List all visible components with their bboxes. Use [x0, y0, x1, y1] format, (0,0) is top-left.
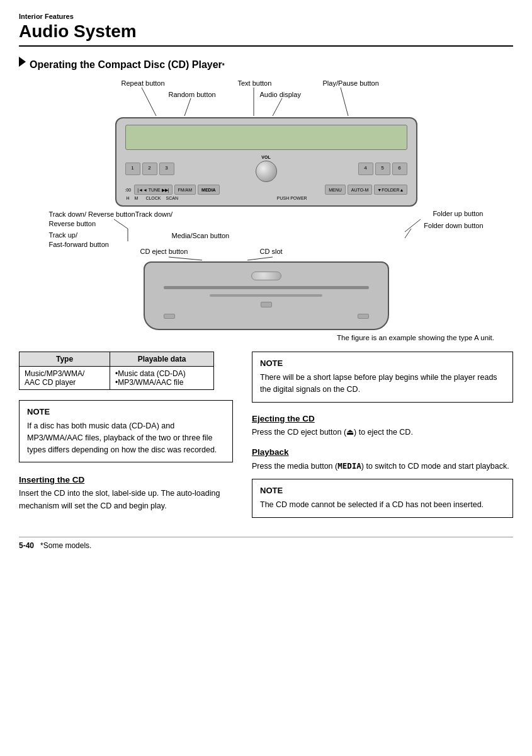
label-media-scan: Media/Scan button	[172, 232, 230, 239]
auto-m-btn: AUTO-M	[348, 185, 372, 195]
clock-label: CLOCK	[145, 196, 161, 200]
radio-display	[125, 125, 407, 150]
preset-btn-4: 4	[358, 163, 373, 175]
table-row: Music/MP3/WMA/AAC CD player •Music data …	[20, 367, 214, 390]
note-box-2-text: There will be a short lapse before play …	[260, 372, 505, 396]
svg-line-9	[169, 257, 202, 260]
label-play-pause-button: Play/Pause button	[323, 79, 379, 87]
ejecting-cd-text: Press the CD eject button (⏏) to eject t…	[252, 427, 513, 438]
label-track-up: Track up/Fast-forward button	[49, 231, 109, 249]
inserting-cd-heading: Inserting the CD	[19, 475, 233, 484]
tune-btn: |◄◄ TUNE ▶▶|	[134, 185, 172, 195]
section-triangle-icon	[19, 57, 26, 67]
svg-line-4	[341, 88, 348, 116]
note-box-2: NOTE There will be a short lapse before …	[252, 352, 513, 403]
cd-slot-2	[210, 294, 322, 297]
label-repeat-button: Repeat button	[122, 79, 165, 87]
colon00-label: :00	[125, 188, 132, 192]
h-label: H	[127, 196, 130, 200]
inserting-cd-text: Insert the CD into the slot, label-side …	[19, 488, 233, 512]
table-header-type: Type	[20, 352, 110, 367]
preset-btn-3: 3	[159, 163, 174, 175]
cd-slot-line	[164, 286, 369, 289]
svg-line-8	[405, 229, 411, 238]
ejecting-cd-heading: Ejecting the CD	[252, 414, 513, 423]
preset-btn-6: 6	[392, 163, 407, 175]
fm-am-btn: FM/AM	[174, 185, 196, 195]
note-box-1: NOTE If a disc has both music data (CD-D…	[19, 400, 233, 462]
svg-line-0	[142, 88, 156, 116]
page-footer: 5-40 *Some models.	[19, 537, 513, 550]
push-power-label: PUSH POWER	[277, 196, 307, 200]
playable-data-table: Type Playable data Music/MP3/WMA/AAC CD …	[19, 352, 214, 390]
left-column: Type Playable data Music/MP3/WMA/AAC CD …	[19, 352, 233, 518]
section-label: Interior Features	[19, 13, 513, 20]
media-bold-label: MEDIA	[337, 461, 361, 471]
vol-label: VOL	[261, 155, 270, 159]
page-number: 5-40	[19, 541, 34, 550]
m-label: M	[135, 196, 139, 200]
note-box-3-title: NOTE	[260, 486, 505, 495]
cd-corner-right	[358, 314, 369, 319]
diagram-caption: The figure is an example showing the typ…	[19, 334, 513, 341]
preset-btn-2: 2	[142, 163, 157, 175]
label-track-down: Track down/ Reverse buttonTrack down/Rev…	[49, 210, 173, 229]
label-folder-down: Folder down button	[424, 222, 483, 229]
note-box-2-title: NOTE	[260, 358, 505, 368]
folder-btn: ▼FOLDER▲	[374, 185, 407, 195]
label-audio-display: Audio display	[260, 91, 301, 98]
two-column-section: Type Playable data Music/MP3/WMA/AAC CD …	[19, 352, 513, 518]
section-heading: Operating the Compact Disc (CD) Player*	[19, 58, 513, 71]
playback-heading: Playback	[252, 447, 513, 457]
note-box-3: NOTE The CD mode cannot be selected if a…	[252, 479, 513, 518]
media-btn: MEDIA	[198, 185, 220, 195]
svg-line-10	[247, 257, 273, 260]
footer-note: *Some models.	[40, 541, 91, 550]
diagram-area: Repeat button Random button Text button …	[19, 79, 513, 341]
note-box-1-text: If a disc has both music data (CD-DA) an…	[27, 420, 225, 455]
cd-eject-button-shape	[251, 272, 281, 280]
label-cd-slot: CD slot	[260, 248, 283, 255]
preset-btn-1: 1	[125, 163, 140, 175]
table-cell-data: •Music data (CD-DA)•MP3/WMA/AAC file	[110, 367, 214, 390]
playback-text: Press the media button (MEDIA) to switch…	[252, 460, 513, 472]
svg-line-1	[184, 98, 191, 116]
note-box-1-title: NOTE	[27, 407, 225, 416]
label-cd-eject-button: CD eject button	[140, 248, 188, 255]
scan-label: SCAN	[166, 196, 178, 200]
table-cell-type: Music/MP3/WMA/AAC CD player	[20, 367, 110, 390]
note-box-3-text: The CD mode cannot be selected if a CD h…	[260, 499, 505, 511]
radio-unit-diagram: 1 2 3 VOL 4 5 6 :00 |◄◄ TUNE ▶▶| FM/AM M…	[115, 117, 417, 207]
vol-knob	[256, 161, 277, 182]
cd-unit-diagram	[144, 261, 389, 330]
svg-line-7	[405, 219, 421, 232]
cd-eject-small-btn	[261, 302, 272, 307]
table-header-playable-data: Playable data	[110, 352, 214, 367]
cd-corner-left	[164, 314, 175, 319]
label-random-button: Random button	[169, 91, 216, 98]
preset-btn-5: 5	[375, 163, 390, 175]
menu-btn: MENU	[325, 185, 346, 195]
svg-line-3	[273, 98, 282, 116]
page-title: Audio System	[19, 21, 513, 47]
right-column: NOTE There will be a short lapse before …	[252, 352, 513, 518]
label-folder-up: Folder up button	[433, 210, 483, 217]
label-text-button: Text button	[238, 79, 272, 87]
